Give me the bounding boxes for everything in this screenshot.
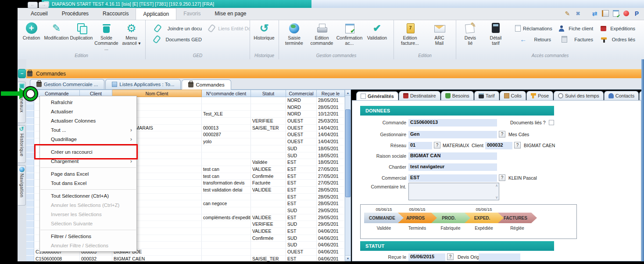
- field-reseau[interactable]: 01: [408, 142, 432, 149]
- sidebar-tab-historique[interactable]: Historique: [18, 125, 26, 163]
- row-selector[interactable]: [26, 187, 34, 194]
- scroll-down-icon[interactable]: ▼: [345, 255, 351, 261]
- ribbon-link[interactable]: Joindre un docu: [147, 23, 204, 34]
- row-selector[interactable]: [26, 138, 34, 145]
- collapse-panel-button[interactable]: –: [18, 69, 26, 78]
- detail-tab[interactable]: Tarif: [474, 91, 499, 100]
- ribbon-link[interactable]: Liens Entité Do..: [204, 23, 256, 34]
- context-menu-item[interactable]: Inverser les Sélections: [40, 210, 136, 219]
- menu-tab[interactable]: Procédures: [55, 8, 96, 20]
- document-tab[interactable]: Commandes: [182, 80, 231, 90]
- field-devis-orig[interactable]: [479, 253, 520, 261]
- back-button[interactable]: ←: [28, 2, 38, 8]
- quick-action-icon[interactable]: [574, 10, 582, 17]
- ribbon-button[interactable]: Confirmation ac...: [336, 22, 363, 46]
- ribbon-button[interactable]: Modification: [44, 22, 69, 51]
- row-selector[interactable]: [26, 145, 34, 152]
- row-selector[interactable]: [26, 194, 34, 201]
- ribbon-button[interactable]: Solde Commande ...: [94, 22, 119, 51]
- detail-tab[interactable]: Destinataire: [399, 91, 440, 100]
- row-selector[interactable]: [26, 214, 34, 221]
- ribbon-link[interactable]: Factures: [554, 34, 596, 45]
- scrollbar-thumb[interactable]: [345, 109, 351, 197]
- menu-tab[interactable]: Raccourcis: [96, 8, 136, 20]
- column-header-ncommande-client[interactable]: N°commande client: [202, 90, 251, 97]
- context-menu-item[interactable]: Tout Sélectionner (Ctrl+A): [40, 191, 136, 200]
- quick-action-icon[interactable]: P: [633, 10, 640, 17]
- document-tab[interactable]: Listes Applicatives : To...: [105, 79, 181, 89]
- context-menu-item[interactable]: Annuler Filtre / Sélections: [40, 241, 136, 250]
- context-menu-item[interactable]: Rafraîchir: [40, 98, 136, 107]
- field-recue-le[interactable]: 05/06/2015: [408, 253, 445, 261]
- row-selector[interactable]: [26, 159, 34, 166]
- context-menu-item[interactable]: Actualiser Colonnes: [40, 116, 136, 125]
- context-menu-item[interactable]: [40, 188, 136, 190]
- context-menu-item[interactable]: Tout dans Excel: [40, 178, 136, 188]
- row-selector[interactable]: [26, 166, 34, 173]
- ribbon-link[interactable]: Retours: [512, 34, 554, 45]
- detail-tab[interactable]: Généralités: [356, 91, 398, 101]
- help-button[interactable]: ?: [447, 253, 454, 260]
- ribbon-button[interactable]: Menu avancé ▾: [119, 22, 144, 51]
- detail-tab[interactable]: Pose: [526, 91, 553, 100]
- ribbon-button[interactable]: Saisie terminée: [280, 22, 308, 46]
- context-menu-item[interactable]: Actualiser: [40, 107, 136, 116]
- row-selector[interactable]: [26, 235, 34, 242]
- row-selector[interactable]: [26, 111, 34, 118]
- documents-lies-checkbox[interactable]: [549, 120, 554, 125]
- row-selector[interactable]: [26, 256, 34, 261]
- ribbon-button[interactable]: Validation: [363, 22, 391, 46]
- row-selector[interactable]: [26, 242, 34, 249]
- row-selector[interactable]: [26, 104, 34, 111]
- row-selector[interactable]: [26, 125, 34, 132]
- menu-tab[interactable]: Favoris: [176, 8, 208, 20]
- row-selector[interactable]: [26, 152, 34, 159]
- detail-tab[interactable]: Besoins: [441, 91, 474, 100]
- column-header-recue-le[interactable]: Reçue le: [317, 90, 345, 97]
- row-selector[interactable]: [26, 118, 34, 125]
- row-selector[interactable]: [26, 180, 34, 187]
- context-menu-item[interactable]: Page dans Excel: [40, 169, 136, 178]
- sidebar-tab-navigation[interactable]: Navigation: [18, 165, 26, 206]
- row-selector[interactable]: [26, 221, 34, 228]
- menu-tab[interactable]: Application: [136, 8, 176, 20]
- field-commande[interactable]: C150600013: [408, 119, 497, 127]
- field-commentaire-textarea[interactable]: [408, 183, 499, 200]
- row-selector[interactable]: [26, 200, 34, 207]
- ribbon-link[interactable]: Réclamations: [512, 23, 554, 34]
- menu-tab[interactable]: Mise en page: [208, 8, 253, 20]
- help-button[interactable]: ?: [499, 131, 505, 137]
- table-row[interactable]: C150600008 000032 BIGMAT CAEN SAISIE_TER…: [26, 256, 345, 261]
- table-scrollbar[interactable]: ▲ ▼: [345, 90, 351, 261]
- ribbon-button[interactable]: Duplication: [69, 22, 94, 51]
- quick-action-icon[interactable]: [591, 10, 598, 17]
- detail-tab[interactable]: Colis: [500, 91, 526, 100]
- ribbon-button[interactable]: ARC Mail: [425, 22, 454, 46]
- ribbon-link[interactable]: Expéditions: [596, 23, 638, 34]
- context-menu-item[interactable]: Annuler les Sélections (Ctrl+Z): [40, 200, 136, 210]
- quick-action-icon[interactable]: [601, 10, 609, 17]
- context-menu-item[interactable]: Filtrer / Sélections: [40, 231, 136, 241]
- row-selector[interactable]: [26, 207, 34, 214]
- forward-button[interactable]: →: [39, 2, 49, 8]
- ribbon-button[interactable]: Historique: [251, 22, 277, 40]
- row-selector[interactable]: [26, 228, 34, 235]
- context-menu-item[interactable]: Quadrillage ›: [40, 134, 136, 144]
- ribbon-button[interactable]: Création: [19, 22, 44, 51]
- ribbon-link[interactable]: Ordres liés: [596, 34, 638, 45]
- row-selector[interactable]: [26, 249, 34, 256]
- ribbon-button[interactable]: Edition commande: [308, 22, 336, 46]
- help-button[interactable]: ?: [434, 142, 440, 148]
- row-selector[interactable]: [26, 131, 34, 138]
- field-client[interactable]: 000032: [485, 142, 512, 149]
- quick-action-icon[interactable]: [612, 10, 619, 17]
- context-menu-item[interactable]: Sélection Suivante: [40, 219, 136, 228]
- menu-tab[interactable]: Accueil: [24, 8, 55, 20]
- quick-action-icon[interactable]: [623, 10, 630, 17]
- ribbon-link[interactable]: Fiche client: [554, 23, 596, 34]
- scroll-up-icon[interactable]: ▲: [345, 90, 351, 96]
- help-button[interactable]: ?: [514, 142, 521, 148]
- context-menu-item[interactable]: [40, 228, 136, 230]
- quick-action-icon[interactable]: [564, 10, 571, 17]
- document-tab[interactable]: Gestion Commerciale ...: [30, 79, 104, 89]
